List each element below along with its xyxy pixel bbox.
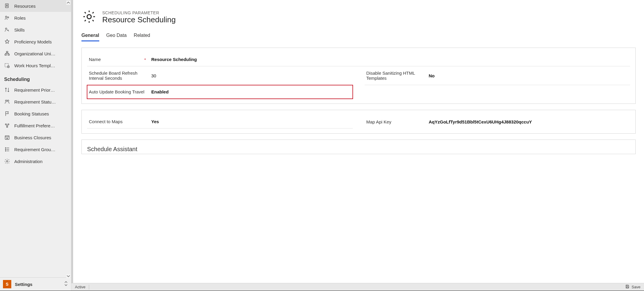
save-button[interactable]: Save <box>625 284 640 290</box>
general-section: Name * Resource Scheduling Schedule Boar… <box>81 48 636 104</box>
field-connect-to-maps[interactable]: Connect to Maps Yes <box>87 115 353 129</box>
field-map-api-key[interactable]: Map Api Key AqYzGoLfTyr9d51Bbl5tCexU6UHg… <box>365 115 630 129</box>
sidebar-item-label: Resources <box>14 4 36 9</box>
sidebar-item-organizational-units[interactable]: Organizational Uni… <box>0 48 71 60</box>
sidebar-item-proficiency-models[interactable]: Proficiency Models <box>0 36 71 48</box>
sidebar-item-label: Roles <box>14 15 26 21</box>
save-icon <box>625 284 630 290</box>
gear-icon <box>81 9 97 26</box>
svg-point-1 <box>7 5 7 6</box>
app-root: Resources Roles Skills Proficiency Model… <box>0 0 644 291</box>
sidebar: Resources Roles Skills Proficiency Model… <box>0 0 71 291</box>
priority-icon <box>4 87 10 93</box>
updown-icon <box>64 281 68 287</box>
svg-point-16 <box>5 148 6 148</box>
work-hours-icon <box>4 62 10 68</box>
field-connect-maps-value[interactable]: Yes <box>151 119 351 124</box>
svg-point-4 <box>5 28 7 29</box>
tab-bar: General Geo Data Related <box>81 30 636 42</box>
svg-point-3 <box>7 17 9 18</box>
schedule-assistant-section: Schedule Assistant <box>81 140 636 154</box>
record-header: SCHEDULING PARAMETER Resource Scheduling <box>81 9 636 26</box>
sidebar-item-requirement-statuses[interactable]: Requirement Statu… <box>0 96 71 108</box>
org-icon <box>4 51 10 57</box>
star-icon <box>4 39 10 45</box>
calendar-x-icon <box>4 134 10 140</box>
nav-group-scheduling-header: Scheduling <box>0 71 71 84</box>
area-label: Settings <box>15 282 32 287</box>
form-grid-2: Connect to Maps Yes Map Api Key AqYzGoLf… <box>87 115 630 129</box>
maps-section: Connect to Maps Yes Map Api Key AqYzGoLf… <box>81 110 636 134</box>
field-name-label: Name * <box>89 57 151 62</box>
svg-point-17 <box>5 149 6 150</box>
sidebar-item-label: Booking Statuses <box>14 111 49 116</box>
svg-point-20 <box>87 15 91 19</box>
sidebar-item-label: Administration <box>14 159 42 164</box>
field-auto-update-booking-travel[interactable]: Auto Update Booking Travel Enabled <box>87 85 353 99</box>
svg-point-19 <box>7 161 8 162</box>
resources-icon <box>4 3 10 9</box>
sidebar-item-resources[interactable]: Resources <box>0 0 71 12</box>
field-refresh-value[interactable]: 30 <box>151 73 351 78</box>
svg-point-18 <box>5 151 6 151</box>
sidebar-item-label: Skills <box>14 27 25 32</box>
svg-rect-21 <box>627 287 628 288</box>
field-disable-sanitize-value[interactable]: No <box>429 73 629 78</box>
field-map-api-label: Map Api Key <box>366 119 429 124</box>
field-map-api-value[interactable]: AqYzGoLfTyr9d51Bbl5tCexU6UHg4J88320qccuY <box>429 119 629 124</box>
requirement-group-icon <box>4 146 10 152</box>
field-refresh-interval[interactable]: Schedule Board Refresh Interval Seconds … <box>87 66 353 85</box>
sidebar-item-fulfillment-preferences[interactable]: Fulfillment Prefere… <box>0 120 71 132</box>
sidebar-item-requirement-groups[interactable]: Requirement Grou… <box>0 143 71 155</box>
sidebar-item-label: Fulfillment Prefere… <box>14 123 55 128</box>
scroll-up-indicator[interactable] <box>66 1 70 5</box>
roles-icon <box>4 15 10 21</box>
sidebar-item-administration[interactable]: Administration <box>0 155 71 167</box>
svg-point-14 <box>7 126 8 127</box>
status-left: Active <box>75 285 89 290</box>
fulfillment-icon <box>4 123 10 129</box>
sidebar-item-label: Requirement Statu… <box>14 99 56 104</box>
field-name-value[interactable]: Resource Scheduling <box>151 57 628 62</box>
field-refresh-label: Schedule Board Refresh Interval Seconds <box>89 71 151 81</box>
field-disable-sanitize[interactable]: Disable Sanitizing HTML Templates No <box>365 66 630 85</box>
sidebar-item-booking-statuses[interactable]: Booking Statuses <box>0 108 71 120</box>
svg-point-13 <box>8 124 9 125</box>
sidebar-item-label: Requirement Grou… <box>14 147 55 152</box>
sidebar-item-label: Organizational Uni… <box>14 51 55 56</box>
svg-rect-15 <box>5 136 9 140</box>
form-grid-1: Name * Resource Scheduling Schedule Boar… <box>87 53 630 99</box>
sidebar-item-business-closures[interactable]: Business Closures <box>0 132 71 143</box>
scroll-down-indicator[interactable] <box>66 274 70 278</box>
sidebar-item-work-hours-templates[interactable]: Work Hours Templ… <box>0 60 71 71</box>
field-auto-update-value[interactable]: Enabled <box>151 89 351 94</box>
area-picker[interactable]: S Settings <box>0 277 71 291</box>
tab-geo-data[interactable]: Geo Data <box>106 30 127 41</box>
sidebar-item-roles[interactable]: Roles <box>0 12 71 24</box>
field-name[interactable]: Name * Resource Scheduling <box>87 53 630 66</box>
tab-related[interactable]: Related <box>134 30 150 41</box>
status-divider <box>89 285 89 290</box>
flag-icon <box>4 111 10 117</box>
schedule-assistant-title: Schedule Assistant <box>87 145 630 153</box>
field-connect-maps-label: Connect to Maps <box>89 119 151 124</box>
save-label: Save <box>632 285 640 289</box>
sidebar-item-label: Work Hours Templ… <box>14 63 55 68</box>
sidebar-item-label: Business Closures <box>14 135 51 140</box>
record-eyebrow: SCHEDULING PARAMETER <box>102 10 176 15</box>
svg-point-12 <box>5 124 7 125</box>
field-disable-sanitize-label: Disable Sanitizing HTML Templates <box>366 71 429 81</box>
tab-general[interactable]: General <box>81 30 99 41</box>
area-swatch: S <box>3 280 11 288</box>
svg-point-11 <box>7 100 9 101</box>
svg-rect-8 <box>5 63 9 67</box>
record-state: Active <box>75 285 85 289</box>
sidebar-item-skills[interactable]: Skills <box>0 24 71 36</box>
sidebar-scroll[interactable]: Resources Roles Skills Proficiency Model… <box>0 0 71 277</box>
status-bar: Active Save <box>71 283 644 291</box>
content-area: SCHEDULING PARAMETER Resource Scheduling… <box>71 0 644 283</box>
requirement-status-icon <box>4 99 10 105</box>
svg-rect-5 <box>7 51 8 53</box>
svg-point-2 <box>5 16 7 18</box>
sidebar-item-requirement-priorities[interactable]: Requirement Prior… <box>0 84 71 96</box>
